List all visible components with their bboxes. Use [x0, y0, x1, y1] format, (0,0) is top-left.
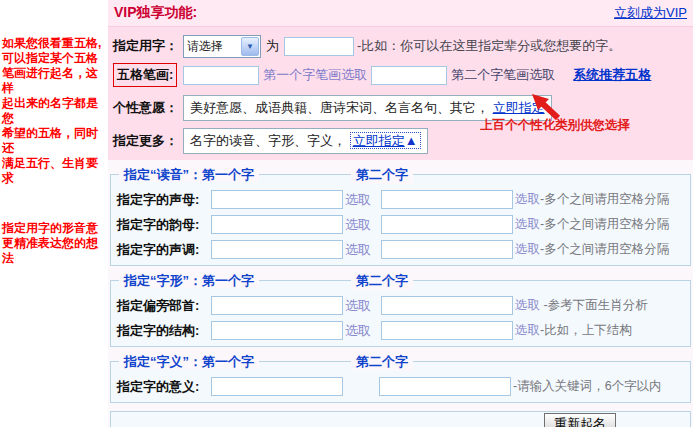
row-vowel: 指定字的韵母: 选取 选取-多个之间请用空格分隔	[113, 212, 690, 237]
wuge-strokes-label: 五格笔画:	[113, 63, 177, 87]
fieldset-character-meaning-legend: 指定“字义”：第一个字 第二个字	[119, 353, 690, 369]
row-specify-characters: 指定用字： 请选择 ▼ 为 -比如：你可以在这里指定辈分或您想要的字。	[108, 34, 693, 58]
vowel-first-input[interactable]	[211, 215, 343, 234]
generation-select-value: 请选择	[184, 38, 240, 55]
meaning-second-input[interactable]	[379, 377, 511, 396]
tone-tail: 选取-多个之间请用空格分隔	[515, 241, 669, 258]
structure-second-pick-link[interactable]: 选取	[515, 323, 540, 337]
meaning-label: 指定字的意义:	[113, 378, 211, 396]
radical-tail: 选取 -参考下面生肖分析	[515, 297, 648, 314]
sidebar-note-xingyinyi: 指定用字的形音意 更精准表达您的想法	[2, 221, 108, 266]
row-radical: 指定偏旁部首: 选取 选取 -参考下面生肖分析	[113, 293, 690, 318]
lower-area: 指定“读音”：第一个字 第二个字 指定字的声母: 选取 选取-多个之间请用空格分…	[108, 160, 693, 427]
radical-first-pick-link[interactable]: 选取	[343, 297, 375, 315]
structure-first-pick-link[interactable]: 选取	[343, 322, 375, 340]
second-char-column-header: 第二个字	[351, 272, 413, 290]
structure-second-input[interactable]	[381, 321, 513, 340]
specify-more-label: 指定更多：	[113, 132, 183, 150]
vowel-first-pick-link[interactable]: 选取	[343, 216, 375, 234]
row-meaning: 指定字的意义: -请输入关键词，6个字以内	[113, 374, 690, 399]
vowel-tail: 选取-多个之间请用空格分隔	[515, 216, 669, 233]
radical-hint: -参考下面生肖分析	[543, 298, 647, 312]
system-recommend-wuge-link[interactable]: 系统推荐五格	[573, 66, 651, 84]
tone-hint: -多个之间请用空格分隔	[540, 242, 669, 256]
initial-consonant-second-pick-link[interactable]: 选取	[515, 192, 540, 206]
initial-consonant-label: 指定字的声母:	[113, 191, 211, 209]
fieldset-pronunciation-legend: 指定“读音”：第一个字 第二个字	[119, 166, 690, 182]
wei-text: 为	[266, 37, 279, 55]
tone-second-input[interactable]	[381, 240, 513, 259]
specify-more-box: 名字的读音、字形、字义， 立即指定▲	[183, 128, 428, 154]
row-initial-consonant: 指定字的声母: 选取 选取-多个之间请用空格分隔	[113, 187, 690, 212]
specify-characters-hint: -比如：你可以在这里指定辈分或您想要的字。	[357, 37, 621, 55]
character-meaning-legend-title: 指定“字义”：	[124, 354, 202, 369]
first-char-column-header: 第一个字	[202, 273, 254, 288]
row-tone: 指定字的声调: 选取 选取-多个之间请用空格分隔	[113, 237, 690, 262]
vowel-label: 指定字的韵母:	[113, 216, 211, 234]
first-char-strokes-pick-link[interactable]: 第一个字笔画选取	[263, 66, 367, 84]
initial-consonant-tail: 选取-多个之间请用空格分隔	[515, 191, 669, 208]
row-structure: 指定字的结构: 选取 选取-比如，上下结构	[113, 318, 690, 343]
sidebar-note-wuge: 如果您很看重五格, 可以指定某个五格 笔画进行起名，这样 起出来的名字都是您 希…	[2, 36, 108, 186]
fieldset-character-meaning: 指定“字义”：第一个字 第二个字 指定字的意义: -请输入关键词，6个字以内	[110, 361, 691, 403]
tone-first-input[interactable]	[211, 240, 343, 259]
personalized-categories-annotation: 上百个个性化类别供您选择	[480, 117, 630, 134]
fieldset-pronunciation: 指定“读音”：第一个字 第二个字 指定字的声母: 选取 选取-多个之间请用空格分…	[110, 174, 691, 266]
second-char-strokes-input[interactable]	[371, 66, 447, 85]
pronunciation-legend-title: 指定“读音”：	[124, 167, 202, 182]
radical-second-input[interactable]	[381, 296, 513, 315]
second-char-strokes-pick-link[interactable]: 第二个字笔画选取	[451, 66, 555, 84]
structure-tail: 选取-比如，上下结构	[515, 322, 632, 339]
header-bar: VIP独享功能: 立刻成为VIP	[108, 0, 693, 27]
bottom-action-bar: 重新起名	[110, 411, 691, 427]
meaning-first-input[interactable]	[211, 377, 343, 396]
meaning-hint: -请输入关键词，6个字以内	[513, 378, 662, 395]
generation-select[interactable]: 请选择 ▼	[183, 35, 261, 58]
radical-first-input[interactable]	[211, 296, 343, 315]
main-panel: VIP独享功能: 立刻成为VIP 指定用字： 请选择 ▼ 为 -比如：你可以在这…	[108, 0, 693, 427]
character-form-legend-title: 指定“字形”：	[124, 273, 202, 288]
specified-character-input[interactable]	[284, 37, 354, 56]
fieldset-character-form-legend: 指定“字形”：第一个字 第二个字	[119, 272, 690, 288]
specify-more-link[interactable]: 立即指定	[353, 133, 405, 148]
initial-consonant-second-input[interactable]	[381, 190, 513, 209]
initial-consonant-first-pick-link[interactable]: 选取	[343, 191, 375, 209]
page-title: VIP独享功能:	[114, 4, 197, 22]
radical-label: 指定偏旁部首:	[113, 297, 211, 315]
first-char-column-header: 第一个字	[202, 354, 254, 369]
first-char-column-header: 第一个字	[202, 167, 254, 182]
second-char-column-header: 第二个字	[351, 353, 413, 371]
chevron-down-icon[interactable]: ▼	[241, 37, 259, 56]
vowel-second-pick-link[interactable]: 选取	[515, 217, 540, 231]
radical-second-pick-link[interactable]: 选取	[515, 298, 540, 312]
row-wuge-strokes: 五格笔画: 第一个字笔画选取 第二个字笔画选取 系统推荐五格	[108, 63, 693, 87]
become-vip-link[interactable]: 立刻成为VIP	[614, 4, 687, 22]
first-char-strokes-input[interactable]	[183, 66, 259, 85]
specify-more-text: 名字的读音、字形、字义，	[190, 133, 346, 148]
structure-hint: -比如，上下结构	[540, 323, 632, 337]
second-char-column-header: 第二个字	[351, 166, 413, 184]
personal-wish-categories: 美好意愿、成语典籍、唐诗宋词、名言名句、其它，	[190, 100, 489, 115]
structure-label: 指定字的结构:	[113, 322, 211, 340]
vowel-hint: -多个之间请用空格分隔	[540, 217, 669, 231]
character-meaning-legend-text: 指定“字义”：第一个字	[119, 354, 259, 369]
vowel-second-input[interactable]	[381, 215, 513, 234]
initial-consonant-first-input[interactable]	[211, 190, 343, 209]
structure-first-input[interactable]	[211, 321, 343, 340]
fieldset-character-form: 指定“字形”：第一个字 第二个字 指定偏旁部首: 选取 选取 -参考下面生肖分析…	[110, 280, 691, 347]
pronunciation-legend-text: 指定“读音”：第一个字	[119, 167, 259, 182]
character-form-legend-text: 指定“字形”：第一个字	[119, 273, 259, 288]
vip-naming-form-page: 如果您很看重五格, 可以指定某个五格 笔画进行起名，这样 起出来的名字都是您 希…	[0, 0, 693, 427]
collapse-triangle-icon[interactable]: ▲	[405, 133, 418, 148]
specify-characters-label: 指定用字：	[113, 37, 183, 55]
initial-consonant-hint: -多个之间请用空格分隔	[540, 192, 669, 206]
tone-label: 指定字的声调:	[113, 241, 211, 259]
specify-more-link-wrap[interactable]: 立即指定▲	[350, 132, 421, 149]
tone-second-pick-link[interactable]: 选取	[515, 242, 540, 256]
personal-wish-label: 个性意愿：	[113, 99, 183, 117]
tone-first-pick-link[interactable]: 选取	[343, 241, 375, 259]
restart-naming-button[interactable]: 重新起名	[544, 413, 616, 427]
